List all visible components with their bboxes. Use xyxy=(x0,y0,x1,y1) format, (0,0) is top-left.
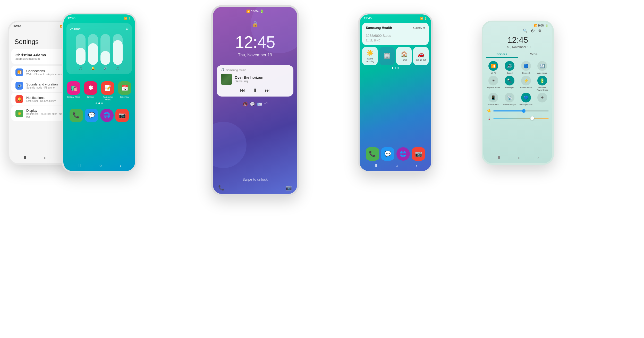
qs-btn-airplane[interactable]: ✈ Airplane mode xyxy=(486,76,501,91)
nav-back-5[interactable]: ‹ xyxy=(537,155,539,161)
missed-call-icon: 📵 xyxy=(243,102,248,107)
going-out-label: Going out xyxy=(416,59,426,61)
dock-4-phone[interactable]: 📞 xyxy=(366,147,379,161)
qs-btn-wireless-power[interactable]: 🔋 Wireless PowerShare xyxy=(535,76,550,91)
vol-track-4 xyxy=(113,34,123,65)
qs-time: 12:45 xyxy=(483,34,552,45)
wifi-label: Wi-Fi xyxy=(491,72,496,74)
tile-home[interactable]: 🏠 Home xyxy=(396,47,412,65)
wireless-power-label: Wireless PowerShare xyxy=(535,86,550,91)
nav-recents-2[interactable]: ⏸ xyxy=(77,163,82,168)
qs-btn-wifi[interactable]: 📶 Wi-Fi xyxy=(486,61,501,74)
app-grid: 🛍️ Galaxy Store ✽ Gallery 📝 Samsung Note… xyxy=(63,76,135,101)
quick-tiles: ☀️ Goodmorning 🏢 🏠 Home 🚗 Going out xyxy=(362,47,429,65)
page-dots xyxy=(63,102,135,104)
app-galaxy-store[interactable]: 🛍️ Galaxy Store xyxy=(66,81,81,101)
tile-home-transit[interactable]: 🏢 xyxy=(379,47,395,65)
qs-btn-bluetooth[interactable]: 🔵 Bluetooth xyxy=(519,61,533,74)
vol-icon-1: 🎵 xyxy=(79,66,83,70)
qs-btn-hotspot[interactable]: 📡 Mobile hotspot xyxy=(502,93,517,106)
qs-btn-power[interactable]: ⚡ Power mode xyxy=(519,76,533,91)
status-icons-5: 📶 100% 🔋 xyxy=(534,24,548,27)
qs-power-icon[interactable]: ⏻ xyxy=(531,29,535,33)
airplane-label: Airplane mode xyxy=(487,86,500,89)
mobile-data-icon: 📱 xyxy=(488,93,498,102)
qs-btn-mobile-data[interactable]: 📱 Mobile data xyxy=(486,93,501,106)
vol-slider-4[interactable]: 🎵 xyxy=(113,34,123,70)
notifications-title: Notifications xyxy=(26,96,56,100)
email-icon: ✉️ xyxy=(257,102,262,107)
nav-back-2[interactable]: ‹ xyxy=(120,163,121,168)
dock-phone[interactable]: 📞 xyxy=(70,109,83,122)
dock-4-messages[interactable]: 💬 xyxy=(381,147,394,161)
nav-home-5[interactable]: ○ xyxy=(518,155,521,161)
qs-tab-media[interactable]: Media xyxy=(518,51,550,58)
pause-button[interactable]: ⏸ xyxy=(252,88,258,93)
dock-4-camera[interactable]: 📷 xyxy=(412,147,425,161)
qs-btn-add[interactable]: + xyxy=(535,93,550,106)
qs-tabs: Devices Media xyxy=(486,51,550,58)
flashlight-icon: 🔦 xyxy=(505,76,514,85)
next-button[interactable]: ⏭ xyxy=(265,88,270,93)
dot-2 xyxy=(98,102,100,104)
qs-tab-devices[interactable]: Devices xyxy=(486,51,518,58)
tile-going-out[interactable]: 🚗 Going out xyxy=(413,47,429,65)
qs-search-icon[interactable]: 🔍 xyxy=(523,29,527,33)
vol-slider-3[interactable]: 🔊 xyxy=(100,34,110,70)
dock-4: 📞 💬 🌐 📷 xyxy=(360,147,431,161)
qs-more-icon[interactable]: ⋮ xyxy=(545,29,549,33)
nav-recents-5[interactable]: ⏸ xyxy=(497,155,501,161)
nav-recents-4[interactable]: ⏸ xyxy=(374,163,378,168)
prev-button[interactable]: ⏮ xyxy=(240,88,245,93)
volume-settings-icon[interactable]: ⚙ xyxy=(125,27,129,31)
nav-back-4[interactable]: ‹ xyxy=(416,163,417,168)
qs-btn-autorotate[interactable]: 🔄 Auto rotate xyxy=(535,61,550,74)
camera-shortcut-icon[interactable]: 📷 xyxy=(285,185,292,191)
app-gallery[interactable]: ✽ Gallery xyxy=(83,81,98,101)
status-icons-4: 📶 🔋 xyxy=(420,17,427,20)
qs-btn-blue-light[interactable]: 💙 Blue light filter xyxy=(519,93,533,106)
blue-light-label: Blue light filter xyxy=(520,103,532,106)
dock-4-browser[interactable]: 🌐 xyxy=(396,147,410,161)
music-thumbnail xyxy=(221,74,232,85)
vol-slider-1[interactable]: 🎵 xyxy=(76,34,86,70)
nav-home-4[interactable]: ○ xyxy=(396,163,399,168)
music-controls: ⏮ ⏸ ⏭ xyxy=(221,88,289,93)
home-icon: 🏠 xyxy=(401,51,408,58)
good-morning-label: Goodmorning xyxy=(366,57,374,63)
dock-camera[interactable]: 📷 xyxy=(115,109,129,122)
app-samsung-notes[interactable]: 📝 Samsung Notes xyxy=(100,81,115,101)
warmth-row: 🌡️ xyxy=(483,115,552,122)
airplane-icon: ✈ xyxy=(488,76,498,85)
qs-top-icons: 🔍 ⏻ ⚙ ⋮ xyxy=(483,28,552,34)
connections-icon: 📶 xyxy=(15,68,23,76)
phone-shortcut-icon[interactable]: 📞 xyxy=(218,185,225,191)
blue-light-icon: 💙 xyxy=(521,93,531,102)
brightness-thumb xyxy=(522,109,526,113)
connections-subtitle: Wi-Fi · Bluetooth · Airplane mode xyxy=(26,73,64,76)
vol-icon-4: 🎵 xyxy=(116,66,120,70)
qs-btn-sound[interactable]: 🔊 Sound xyxy=(502,61,517,74)
nav-home[interactable]: ○ xyxy=(44,155,47,161)
dock-browser[interactable]: 🌐 xyxy=(100,109,114,122)
nav-recents[interactable]: ⏸ xyxy=(23,155,27,161)
vol-slider-2[interactable]: 🔔 xyxy=(88,34,98,70)
dock-messages[interactable]: 💬 xyxy=(85,109,98,122)
status-time-1: 12:45 xyxy=(13,24,21,28)
tile-good-morning[interactable]: ☀️ Goodmorning xyxy=(362,47,378,65)
sound-label: Sound xyxy=(507,72,513,74)
gallery-label: Gallery xyxy=(87,96,95,98)
brightness-slider[interactable] xyxy=(493,110,549,111)
flashlight-label: Flashlight xyxy=(505,86,514,89)
nav-home-2[interactable]: ○ xyxy=(99,163,102,168)
qs-btn-flashlight[interactable]: 🔦 Flashlight xyxy=(502,76,517,91)
app-calendar[interactable]: 📅 Calendar xyxy=(117,81,132,101)
qs-settings-icon[interactable]: ⚙ xyxy=(538,29,541,33)
vol-track-3 xyxy=(100,34,110,65)
warmth-slider[interactable] xyxy=(493,118,549,119)
lock-date: Thu, November 19 xyxy=(238,53,272,57)
status-bar-2: 12:45 📶 🔋 xyxy=(63,14,135,21)
galaxy-store-label: Galaxy Store xyxy=(67,96,80,98)
brightness-fill xyxy=(493,110,524,111)
app-row-1: 🛍️ Galaxy Store ✽ Gallery 📝 Samsung Note… xyxy=(66,81,132,101)
